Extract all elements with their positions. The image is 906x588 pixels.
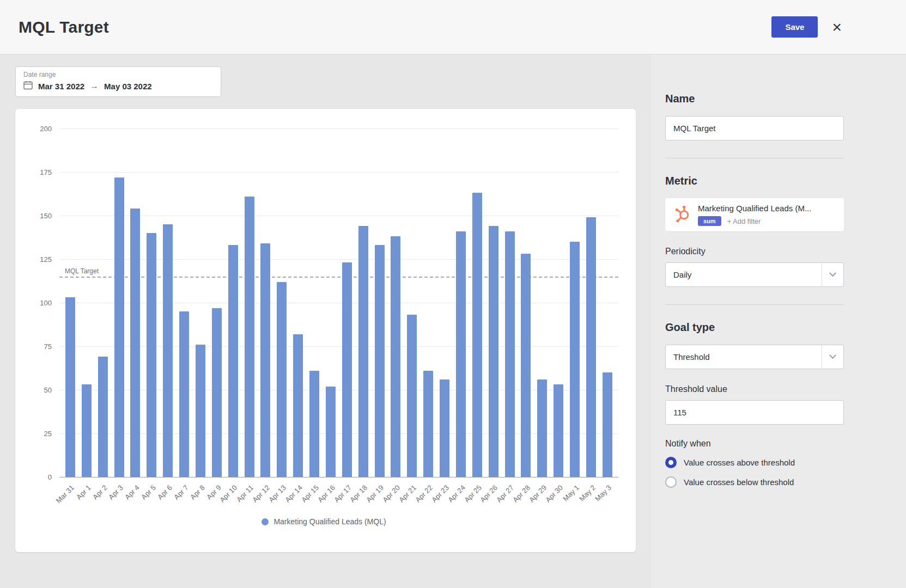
date-range-picker[interactable]: Date range Mar 31 2022 → May 03 2022 (15, 66, 221, 97)
divider (665, 304, 844, 305)
bar-slot: Apr 5 (143, 128, 160, 477)
x-axis-tick: Apr 16 (316, 483, 337, 504)
header-actions: Save × (771, 16, 842, 38)
bar-apr-29 (537, 379, 547, 477)
bar-slot: Apr 29 (534, 128, 550, 477)
notify-when-label: Notify when (665, 439, 843, 449)
bar-slot: Apr 6 (160, 128, 176, 477)
spacer (665, 369, 843, 384)
bar-slot: Apr 1 (78, 128, 95, 477)
x-axis-tick: Apr 5 (139, 483, 157, 501)
bar-apr-2 (98, 357, 108, 477)
bars: Mar 31Apr 1Apr 2Apr 3Apr 4Apr 5Apr 6Apr … (59, 128, 618, 477)
bar-apr-9 (212, 308, 222, 477)
bar-slot: Apr 17 (339, 128, 355, 477)
bar-slot: Apr 3 (111, 128, 127, 477)
bar-slot: Mar 31 (62, 128, 78, 477)
periodicity-select[interactable]: Daily (665, 262, 844, 287)
bar-slot: Apr 28 (518, 128, 534, 477)
y-axis-tick: 100 (40, 299, 52, 307)
arrow-right-icon: → (90, 81, 99, 91)
notify-option-1[interactable]: Value crosses below threshold (665, 476, 843, 488)
bar-apr-11 (245, 197, 254, 477)
periodicity-label: Periodicity (665, 247, 843, 256)
bar-slot: Apr 4 (127, 128, 144, 477)
y-axis-tick: 125 (40, 255, 52, 264)
save-button[interactable]: Save (771, 16, 818, 38)
bar-slot: Apr 7 (176, 128, 192, 477)
y-axis-tick: 50 (44, 386, 52, 394)
chevron-down-icon (822, 263, 843, 286)
x-axis-tick: Apr 4 (123, 483, 141, 501)
bar-slot: Apr 19 (372, 128, 388, 477)
bar-slot: Apr 15 (306, 128, 323, 477)
x-axis-tick: Apr 25 (463, 483, 483, 504)
radio-icon[interactable] (665, 476, 677, 488)
bar-may-2 (586, 217, 596, 477)
x-axis-tick: Apr 27 (495, 483, 515, 504)
bar-apr-14 (293, 334, 303, 477)
bar-apr-27 (505, 231, 515, 477)
threshold-value-label: Threshold value (665, 384, 843, 394)
goal-type-heading: Goal type (665, 321, 843, 334)
bar-slot: May 3 (599, 128, 616, 477)
x-axis-tick: Apr 19 (364, 483, 385, 504)
x-axis-tick: Apr 1 (75, 483, 93, 501)
modal-header: MQL Target Save × (0, 0, 906, 54)
y-axis-tick: 0 (48, 473, 52, 481)
x-axis-tick: Apr 18 (349, 483, 369, 504)
threshold-value-input[interactable] (665, 400, 844, 425)
bar-apr-1 (82, 384, 92, 477)
name-input[interactable] (665, 116, 844, 140)
bar-slot: Apr 26 (485, 128, 502, 477)
x-axis-tick: May 2 (577, 483, 597, 503)
x-axis-tick: Apr 7 (172, 483, 190, 501)
date-range-label: Date range (23, 71, 213, 78)
bar-slot: May 1 (567, 128, 583, 477)
x-axis-tick: Apr 22 (414, 483, 434, 504)
periodicity-value: Daily (673, 270, 691, 279)
bar-apr-18 (358, 226, 368, 477)
x-axis-tick: May 3 (594, 483, 613, 503)
x-axis-tick: Apr 24 (446, 483, 467, 504)
notify-option-label: Value crosses above threshold (684, 458, 795, 467)
bar-slot: Apr 9 (209, 128, 225, 477)
close-icon[interactable]: × (832, 19, 842, 35)
bar-apr-13 (277, 282, 287, 477)
radio-icon[interactable] (665, 457, 677, 468)
metric-heading: Metric (665, 175, 843, 187)
y-axis-tick: 200 (40, 125, 52, 133)
plot-area: MQL Target Mar 31Apr 1Apr 2Apr 3Apr 4Apr… (59, 128, 618, 477)
settings-sidebar: Name Metric Marketing Qua (650, 54, 906, 588)
bar-slot: Apr 11 (241, 128, 258, 477)
bar-apr-7 (179, 311, 189, 477)
bar-apr-5 (147, 233, 156, 477)
bar-slot: Apr 21 (404, 128, 420, 477)
legend-item[interactable]: Marketing Qualified Leads (MQL) (29, 517, 618, 526)
bar-slot: Apr 23 (436, 128, 453, 477)
x-axis-tick: Apr 11 (235, 483, 255, 504)
metric-card[interactable]: Marketing Qualified Leads (M... sum + Ad… (665, 198, 844, 231)
x-axis-tick: Apr 12 (251, 483, 271, 504)
bar-slot: May 2 (583, 128, 599, 477)
bar-apr-25 (472, 193, 482, 477)
content: Date range Mar 31 2022 → May 03 2022 025… (0, 54, 906, 588)
notify-option-0[interactable]: Value crosses above threshold (665, 457, 843, 468)
hubspot-icon (673, 205, 691, 225)
chevron-down-icon (822, 345, 843, 369)
bar-slot: Apr 18 (355, 128, 372, 477)
bar-slot: Apr 30 (550, 128, 567, 477)
bar-apr-3 (114, 177, 124, 477)
goal-type-select[interactable]: Threshold (665, 345, 844, 369)
x-axis-tick: Apr 30 (544, 483, 564, 504)
bar-apr-10 (228, 245, 238, 477)
bar-may-3 (603, 372, 612, 477)
x-axis-tick: Apr 3 (107, 483, 125, 501)
x-axis-tick: Apr 14 (283, 483, 304, 504)
bar-apr-17 (342, 262, 352, 477)
bar-slot: Apr 14 (290, 128, 306, 477)
add-filter-button[interactable]: + Add filter (727, 217, 761, 225)
bar-apr-26 (489, 226, 498, 477)
calendar-icon (23, 81, 33, 91)
chart-card: 0255075100125150175200 MQL Target Mar 31… (15, 109, 636, 552)
